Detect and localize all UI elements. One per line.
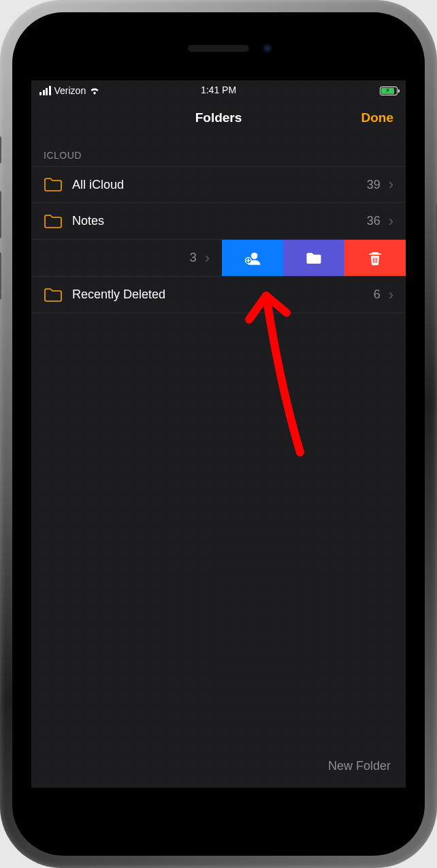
volume-up-button [0,191,1,238]
wifi-icon [89,87,100,95]
chevron-right-icon: › [205,249,210,267]
folder-count: 36 [367,214,381,228]
section-header-icloud: ICLOUD [31,135,406,166]
done-button[interactable]: Done [361,101,394,135]
folder-count: 39 [367,178,381,192]
chevron-right-icon: › [389,176,393,193]
folder-count: 3 [190,251,197,265]
folder-icon [44,214,63,229]
folder-row-all-icloud[interactable]: All iCloud 39 › [31,166,406,203]
folder-list: All iCloud 39 › Notes 36 › 3 [31,166,406,313]
mute-switch [0,136,1,164]
nav-header: Folders Done [31,101,406,135]
volume-down-button [0,252,1,300]
screen: Verizon 1:41 PM ⚡︎ Folders Done ICLOU [31,80,406,788]
trash-icon [366,249,385,268]
folder-icon [44,288,63,303]
folder-count: 6 [374,288,381,302]
phone-frame: Verizon 1:41 PM ⚡︎ Folders Done ICLOU [0,0,437,868]
phone-speaker [188,45,249,52]
folder-icon [304,249,323,268]
folder-label: Recently Deleted [72,288,374,302]
folder-row-recently-deleted[interactable]: Recently Deleted 6 › [31,277,406,313]
charging-bolt-icon: ⚡︎ [385,87,390,94]
battery-icon: ⚡︎ [380,87,398,95]
move-folder-button[interactable] [283,240,344,276]
chevron-right-icon: › [389,213,393,230]
swipe-actions [222,240,406,276]
front-camera [263,44,272,53]
new-folder-button[interactable]: New Folder [328,759,391,773]
phone-bezel: Verizon 1:41 PM ⚡︎ Folders Done ICLOU [12,12,425,856]
share-folder-button[interactable] [222,240,283,276]
person-add-icon [243,249,262,268]
folder-row-notes[interactable]: Notes 36 › [31,203,406,240]
status-bar: Verizon 1:41 PM ⚡︎ [31,80,406,101]
folder-label: All iCloud [72,178,367,192]
carrier-label: Verizon [54,85,86,96]
status-right: ⚡︎ [380,87,398,95]
chevron-right-icon: › [389,286,393,304]
folder-label: Notes [72,214,367,228]
cellular-signal-icon [39,86,51,95]
status-left: Verizon [39,85,100,96]
folder-icon [44,177,63,192]
folder-row-swiped[interactable]: 3 › [31,240,406,277]
swiped-row-content[interactable]: 3 › [31,240,222,276]
svg-point-0 [251,252,258,259]
toolbar: New Folder [31,749,406,788]
delete-folder-button[interactable] [344,240,406,276]
page-title: Folders [195,110,242,125]
